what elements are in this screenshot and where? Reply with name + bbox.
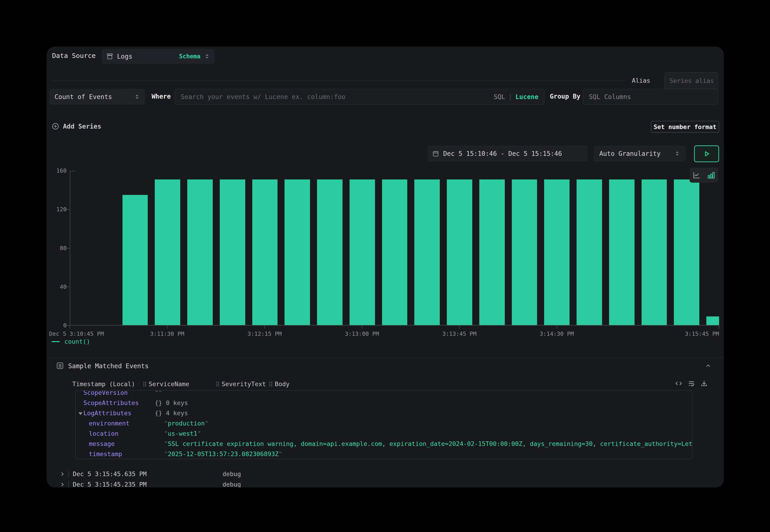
set-number-format-button[interactable]: Set number format [651,121,719,133]
x-axis-label: 3:14:30 PM [540,331,574,337]
json-key[interactable]: location [89,428,118,439]
json-key[interactable]: environment [89,418,129,428]
chevron-right-icon[interactable] [59,471,65,477]
search-input[interactable] [181,93,491,101]
json-row[interactable]: ScopeVersion"" [76,390,692,398]
event-row[interactable]: Dec 5 3:15:45.635 PMdebug [47,469,724,479]
data-source-name: Logs [117,53,175,60]
chart-bar[interactable] [479,179,505,325]
time-range-picker[interactable]: Dec 5 15:10:46 - Dec 5 15:15:46 [427,146,588,162]
chart-bar[interactable] [122,195,148,325]
text-wrap-icon[interactable] [688,380,695,387]
event-detail-panel[interactable]: ScopeVersion""ScopeAttributes{} 0 keysLo… [75,390,693,459]
chevron-up-down-icon [674,151,680,157]
events-list: Dec 5 3:15:45.635 PMdebugDec 5 3:15:45.2… [47,469,724,487]
json-value: "" [155,390,162,398]
lucene-toggle[interactable]: Lucene [516,93,539,101]
chart-bar[interactable] [220,179,245,325]
alias-input[interactable] [665,72,718,89]
event-row[interactable]: Dec 5 3:15:45.235 PMdebug [47,479,724,487]
chart-bar[interactable] [642,179,667,325]
code-icon[interactable] [675,380,683,387]
json-row[interactable]: ScopeAttributes{} 0 keys [76,398,692,408]
json-key[interactable]: ScopeAttributes [83,398,139,408]
chart-bar[interactable] [252,179,278,325]
json-row[interactable]: timestamp"2025-12-05T13:57:23.082306893Z… [76,449,692,459]
json-key[interactable]: timestamp [89,449,122,459]
chart-bar[interactable] [577,179,602,325]
granularity-select[interactable]: Auto Granularity [594,146,686,162]
download-icon[interactable] [700,380,708,387]
x-axis-tick [362,326,362,329]
column-label: Timestamp (Local) [72,380,135,388]
chart-bar[interactable] [674,179,699,325]
set-number-format-label: Set number format [654,123,716,130]
json-value: "2025-12-05T13:57:23.082306893Z" [164,449,282,459]
query-builder-card: Data Source Logs Schema Alias Count of E… [47,47,724,487]
json-key[interactable]: LogAttributes [83,408,131,418]
chart-bar[interactable] [187,179,213,325]
column-body[interactable]: Body [269,380,289,388]
column-label: ServiceName [149,380,189,388]
collapse-section-icon[interactable] [705,362,712,369]
run-query-button[interactable] [694,145,719,162]
chevron-right-icon[interactable] [59,482,65,487]
bar-chart-icon[interactable] [707,171,715,179]
chart-bar[interactable] [284,179,310,325]
chart-bar[interactable] [382,179,408,325]
json-row[interactable]: LogAttributes{} 4 keys [76,408,692,418]
event-timestamp: Dec 5 3:15:45.235 PM [73,479,147,487]
x-axis-label: 3:11:30 PM [150,331,184,337]
language-toggle: SQL | Lucene [494,93,539,101]
chart-bar[interactable] [349,179,375,325]
column-timestamp[interactable]: Timestamp (Local) [72,380,135,388]
chart-bar[interactable] [544,179,570,325]
sql-toggle[interactable]: SQL [494,93,505,101]
event-severity: debug [222,479,241,487]
chart: 04080120160Dec 5 3:10:45 PM3:11:30 PM3:1… [70,171,719,326]
column-servicename[interactable]: ServiceName [143,380,189,388]
group-by-input[interactable] [583,89,718,105]
x-axis-label: 3:15:45 PM [685,331,719,337]
json-key[interactable]: message [89,439,115,449]
chart-plot[interactable] [70,171,719,326]
chart-bar[interactable] [317,179,342,325]
data-source-select[interactable]: Logs Schema [102,49,214,64]
json-row[interactable]: message"SSL certificate expiration warni… [76,439,692,449]
y-axis-label: 160 [47,167,67,174]
chart-bar[interactable] [609,179,635,325]
column-severitytext[interactable]: SeverityText [216,380,266,388]
json-row[interactable]: environment"production" [76,418,692,428]
chart-bar[interactable] [512,179,537,325]
json-value: "us-west1" [164,428,201,439]
x-axis-label: Dec 5 3:10:45 PM [49,331,104,337]
chart-bar[interactable] [706,316,719,325]
column-label: Body [275,380,289,388]
event-severity: debug [222,469,241,479]
y-axis-tick [66,248,70,249]
calendar-icon [432,150,439,157]
x-axis-label: 3:13:00 PM [345,331,379,337]
expand-triangle-icon[interactable] [78,412,82,415]
drag-handle-icon[interactable] [269,381,272,387]
drag-handle-icon[interactable] [216,381,219,387]
where-label: Where [152,93,171,100]
y-axis-tick [66,287,70,287]
json-row[interactable]: location"us-west1" [76,428,692,439]
chart-bar[interactable] [414,179,440,325]
line-chart-icon[interactable] [692,171,701,179]
legend-label: count() [64,338,90,345]
divider [47,357,724,358]
add-series-button[interactable]: Add Series [52,120,101,132]
aggregation-select[interactable]: Count of Events [50,89,145,105]
plus-circle-icon [52,122,59,130]
json-value: "SSL certificate expiration warning, dom… [164,439,693,449]
x-axis-tick [167,326,167,329]
chart-bar[interactable] [447,179,472,325]
json-key[interactable]: ScopeVersion [83,390,128,398]
chart-bar[interactable] [155,179,180,325]
schema-link[interactable]: Schema [179,53,200,60]
legend-item-count[interactable]: count() [52,338,90,345]
group-by-label: Group By [550,93,581,100]
drag-handle-icon[interactable] [143,381,146,387]
